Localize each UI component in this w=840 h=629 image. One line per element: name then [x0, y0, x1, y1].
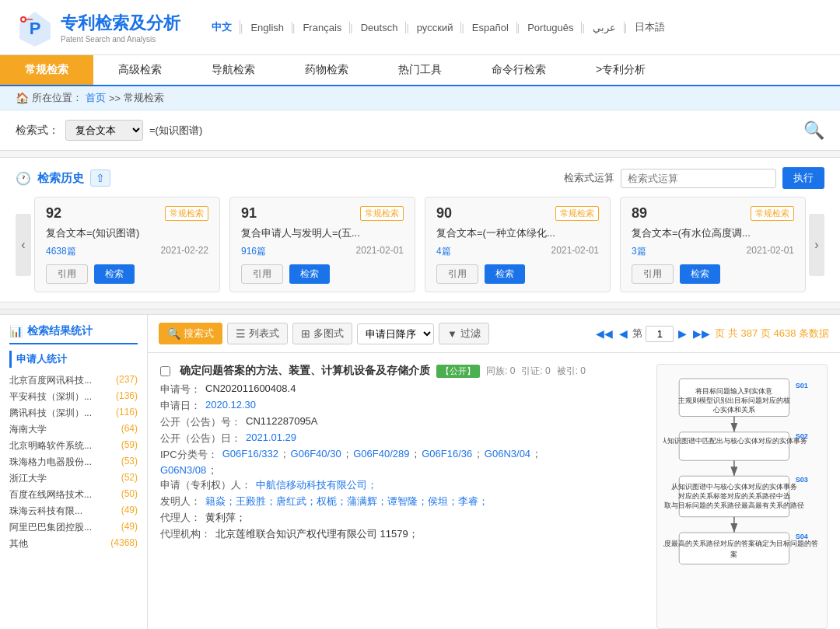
sidebar-title: 📊 检索结果统计 [9, 324, 138, 344]
svg-text:S04: S04 [796, 533, 808, 540]
tab-regular-search[interactable]: 常规检索 [0, 55, 93, 85]
card-search-btn-89[interactable]: 检索 [680, 264, 720, 284]
sidebar: 📊 检索结果统计 申请人统计 北京百度网讯科技... (237) 平安科技（深圳… [0, 315, 148, 629]
lang-es[interactable]: Español [464, 22, 517, 33]
exec-button[interactable]: 执行 [782, 167, 824, 189]
lang-ja[interactable]: 日本語 [627, 20, 673, 34]
applicant-value[interactable]: 中航信移动科技有限公司； [256, 478, 377, 492]
tab-hot-tools[interactable]: 热门工具 [373, 55, 467, 85]
filter-button[interactable]: ▼ 过滤 [439, 323, 489, 344]
page-prev-button[interactable]: ◀ [618, 327, 629, 340]
pubdate-field: 公开（公告）日： 2021.01.29 [160, 432, 646, 446]
svg-text:取与目标问题的关系路径最高最有关系的路径: 取与目标问题的关系路径最高最有关系的路径 [664, 501, 804, 509]
search-mode-button[interactable]: 🔍 搜索式 [159, 323, 222, 344]
card-quote-btn-91[interactable]: 引用 [241, 264, 283, 284]
history-refresh-button[interactable]: ⇧ [90, 169, 110, 187]
page-last-button[interactable]: ▶▶ [691, 327, 712, 340]
card-query-92: 复合文本=(知识图谱) [46, 226, 208, 240]
agent-value: 黄利萍； [205, 511, 246, 525]
list-item[interactable]: 平安科技（深圳）... (136) [9, 389, 138, 405]
card-search-btn-91[interactable]: 检索 [289, 264, 330, 284]
tab-advanced-search[interactable]: 高级检索 [93, 55, 187, 85]
list-item[interactable]: 腾讯科技（深圳）... (116) [9, 405, 138, 421]
lang-en[interactable]: English [243, 22, 292, 33]
card-query-91: 复合申请人与发明人=(五... [241, 226, 404, 240]
svg-text:从知识图谱中匹配出与核心实体对应的实体事务: 从知识图谱中匹配出与核心实体对应的实体事务 [663, 437, 807, 445]
chart-icon: 📊 [9, 325, 23, 337]
page-next-button[interactable]: ▶ [677, 327, 688, 340]
list-item[interactable]: 百度在线网络技术... (50) [9, 487, 138, 503]
card-date-90: 2021-02-01 [551, 245, 599, 258]
list-item[interactable]: 其他 (4368) [9, 536, 138, 552]
ipc-value-4[interactable]: G06N3/04 [485, 448, 530, 462]
card-count-92: 4638篇 [46, 245, 76, 258]
search-mode-icon: 🔍 [167, 327, 180, 340]
carousel-prev-button[interactable]: ‹ [16, 214, 31, 276]
ipc-value-3[interactable]: G06F16/36 [422, 448, 472, 462]
list-item[interactable]: 浙江大学 (52) [9, 470, 138, 487]
tab-nav-search[interactable]: 导航检索 [187, 55, 280, 85]
lang-de[interactable]: Deutsch [353, 22, 407, 33]
language-nav: 中文 | English | Français | Deutsch | русс… [204, 20, 673, 34]
sort-select[interactable]: 申请日降序 [357, 323, 434, 344]
tab-drug-search[interactable]: 药物检索 [280, 55, 373, 85]
carousel-next-button[interactable]: › [809, 214, 824, 276]
list-item[interactable]: 北京明略软件系统... (59) [9, 438, 138, 454]
card-query-89: 复合文本=(有水位高度调... [632, 226, 794, 240]
yinzheng-tag: 引证: 0 [521, 365, 550, 378]
breadcrumb-home-link[interactable]: 首页 [86, 91, 106, 105]
card-quote-btn-89[interactable]: 引用 [632, 264, 674, 284]
tab-patent-analysis[interactable]: >专利分析 [571, 55, 670, 85]
card-date-89: 2021-02-01 [747, 245, 794, 258]
formula-input[interactable] [621, 169, 776, 188]
search-type-select[interactable]: 复合文本 [65, 120, 143, 141]
search-icon[interactable]: 🔍 [803, 121, 824, 141]
list-item[interactable]: 海南大学 (64) [9, 421, 138, 438]
card-search-btn-90[interactable]: 检索 [485, 264, 525, 284]
results-toolbar: 🔍 搜索式 ☰ 列表式 ⊞ 多图式 申请日降序 ▼ 过滤 ◀◀ ◀ 第 [148, 315, 840, 353]
main-content: 📊 检索结果统计 申请人统计 北京百度网讯科技... (237) 平安科技（深圳… [0, 315, 840, 629]
ipc-value-2[interactable]: G06F40/289 [353, 448, 409, 462]
ipc-value-1[interactable]: G06F40/30 [291, 448, 341, 462]
lang-fr[interactable]: Français [295, 22, 350, 33]
result-main: 确定问题答案的方法、装置、计算机设备及存储介质 【公开】 同族: 0 引证: 0… [160, 364, 646, 629]
sidebar-section-title-applicant: 申请人统计 [9, 351, 138, 368]
grid-mode-button[interactable]: ⊞ 多图式 [292, 323, 352, 344]
lang-ru[interactable]: русский [409, 22, 462, 33]
card-count-90: 4篇 [436, 245, 451, 258]
list-item[interactable]: 珠海格力电器股份... (53) [9, 454, 138, 470]
applicant-field: 申请（专利权）人： 中航信移动科技有限公司； [160, 478, 646, 492]
list-item[interactable]: 北京百度网讯科技... (237) [9, 372, 138, 389]
breadcrumb-prefix: 所在位置： [32, 91, 82, 105]
inventor-value[interactable]: 籍焱；王殿胜；唐红武；权栀；蒲满辉；谭智隆；侯坦；李睿； [205, 494, 488, 508]
card-quote-btn-90[interactable]: 引用 [436, 264, 478, 284]
beiyIn-tag: 被引: 0 [557, 365, 586, 378]
ipc-value-5[interactable]: G06N3/08 [160, 464, 206, 476]
lang-zh[interactable]: 中文 [204, 20, 240, 34]
page-input[interactable] [646, 326, 674, 342]
tab-cmd-search[interactable]: 命令行检索 [467, 55, 571, 85]
logo-area: P 专利检索及分析 Patent Search and Analysis [16, 8, 180, 47]
page-first-button[interactable]: ◀◀ [594, 327, 614, 340]
inventor-field: 发明人： 籍焱；王殿胜；唐红武；权栀；蒲满辉；谭智隆；侯坦；李睿； [160, 494, 646, 508]
card-count-89: 3篇 [632, 245, 646, 258]
list-item[interactable]: 珠海云科技有限... (49) [9, 503, 138, 519]
svg-text:S03: S03 [796, 476, 808, 484]
appdate-value: 2020.12.30 [205, 399, 256, 413]
ipc-value-0[interactable]: G06F16/332 [222, 448, 278, 462]
result-title-row: 确定问题答案的方法、装置、计算机设备及存储介质 【公开】 同族: 0 引证: 0… [160, 364, 646, 378]
history-header: 🕐 检索历史 ⇧ 检索式运算 执行 [16, 167, 824, 189]
svg-rect-12 [679, 432, 789, 460]
card-num-91: 91 [241, 205, 257, 222]
pubno-field: 公开（公告）号： CN112287095A [160, 415, 646, 429]
card-count-91: 916篇 [241, 245, 266, 258]
card-search-btn-92[interactable]: 检索 [94, 264, 135, 284]
lang-ar[interactable]: عربي [585, 22, 625, 33]
list-mode-button[interactable]: ☰ 列表式 [227, 323, 288, 344]
list-item[interactable]: 阿里巴巴集团控股... (49) [9, 519, 138, 536]
card-quote-btn-92[interactable]: 引用 [46, 264, 88, 284]
result-checkbox[interactable] [160, 366, 170, 376]
pagination: ◀◀ ◀ 第 ▶ ▶▶ 页 共 387 页 4638 条数据 [594, 326, 829, 342]
lang-pt[interactable]: Português [520, 22, 582, 33]
pubdate-value: 2021.01.29 [246, 432, 296, 446]
